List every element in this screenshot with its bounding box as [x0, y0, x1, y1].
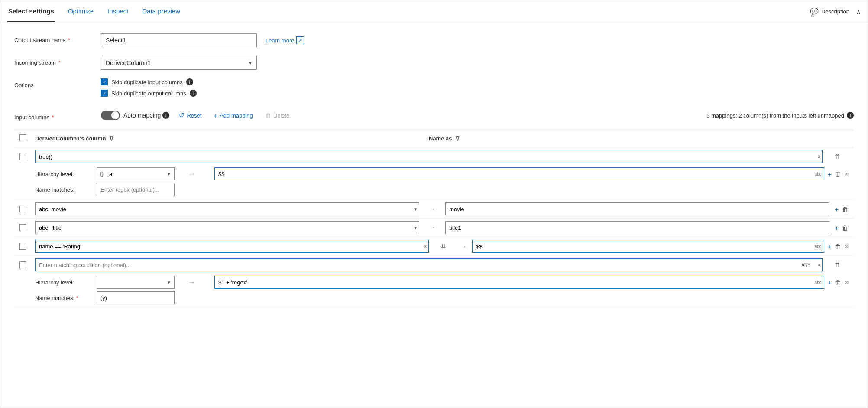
table-header: DerivedColumn1's column ⊽ Name as ⊽: [14, 130, 854, 147]
row5-action-icons: + 🗑 ∞: [828, 279, 849, 286]
row-main-5: ANY ✕ ⇈: [14, 256, 854, 274]
row1-action-icons: + 🗑 ∞: [828, 170, 849, 178]
row5-name-wrapper: abc: [214, 276, 824, 289]
row1-checkbox[interactable]: [19, 153, 26, 160]
tab-optimize[interactable]: Optimize: [67, 1, 94, 22]
row5-hierarchy-select[interactable]: [97, 276, 175, 289]
row2-source-input[interactable]: [35, 202, 419, 215]
skip-duplicate-input-info-icon[interactable]: i: [186, 78, 193, 85]
row2-plus-icon[interactable]: +: [835, 206, 839, 213]
row3-plus-icon[interactable]: +: [835, 224, 839, 232]
row2-action-icons: + 🗑: [835, 206, 849, 213]
row4-link-icon[interactable]: ∞: [845, 243, 849, 249]
row4-name-wrapper: abc: [472, 240, 824, 253]
row1-source-dropdown[interactable]: ✕: [817, 154, 821, 159]
row1-name-matches-input[interactable]: [97, 183, 175, 196]
select-all-checkbox[interactable]: [19, 134, 26, 141]
external-link-icon: ↗: [296, 36, 304, 44]
description-label: Description: [821, 8, 849, 15]
table-row: ▼ → + 🗑: [14, 219, 854, 237]
skip-duplicate-output-row: ✓ Skip duplicate output columns i: [101, 90, 854, 97]
row1-trash-icon[interactable]: 🗑: [835, 170, 841, 178]
row3-check-cell: [19, 224, 35, 231]
row4-trash-icon[interactable]: 🗑: [835, 243, 841, 250]
row1-name-badge: abc: [815, 172, 822, 176]
auto-mapping-label: Auto mapping: [123, 112, 161, 119]
row5-checkbox[interactable]: [19, 261, 26, 268]
row5-name-matches-input[interactable]: [97, 291, 175, 304]
row4-expand-icon[interactable]: ⇊: [441, 243, 446, 250]
input-columns-toolbar-inner: Auto mapping i ↺ Reset + Add mapping 🗑 D…: [101, 110, 854, 121]
output-stream-input[interactable]: [101, 33, 257, 47]
mapping-status-info-icon[interactable]: i: [847, 112, 854, 119]
row3-name-input[interactable]: [445, 221, 829, 234]
name-matches-label: Name matches:: [35, 186, 91, 193]
row3-action-icons: + 🗑: [835, 224, 849, 232]
row2-checkbox[interactable]: [19, 206, 26, 212]
row1-name-arrow: →: [188, 170, 214, 178]
delete-button[interactable]: 🗑 Delete: [262, 110, 292, 121]
row5-source-dropdown[interactable]: ✕: [817, 263, 821, 268]
row5-link-icon[interactable]: ∞: [845, 279, 849, 285]
row4-source-dropdown[interactable]: ✕: [424, 244, 427, 249]
tab-select-settings[interactable]: Select settings: [7, 1, 55, 22]
row2-trash-icon[interactable]: 🗑: [842, 206, 849, 213]
row1-plus-icon[interactable]: +: [828, 170, 832, 178]
auto-mapping-info-icon[interactable]: i: [162, 112, 169, 119]
row5-sub: Hierarchy level: ▼ → abc: [14, 274, 854, 308]
row3-source-input[interactable]: [35, 221, 419, 234]
row-main-3: ▼ → + 🗑: [14, 219, 854, 237]
row4-name-input[interactable]: [472, 240, 824, 253]
add-mapping-button[interactable]: + Add mapping: [211, 110, 255, 121]
row1-name-input[interactable]: [214, 167, 824, 180]
reset-button[interactable]: ↺ Reset: [176, 110, 204, 121]
source-filter-icon[interactable]: ⊽: [109, 135, 113, 142]
row1-hierarchy-select[interactable]: a: [97, 167, 175, 180]
name-filter-icon[interactable]: ⊽: [455, 135, 460, 142]
row3-source-dropdown[interactable]: ▼: [413, 225, 418, 230]
incoming-stream-row: Incoming stream * DerivedColumn1 ▼: [14, 56, 854, 70]
row3-arrow: →: [419, 224, 445, 232]
options-row: Options ✓ Skip duplicate input columns i…: [14, 78, 854, 101]
row5-trash-icon[interactable]: 🗑: [835, 279, 841, 286]
table-row: ANY ✕ ⇈ Hierarchy level:: [14, 256, 854, 308]
row2-name-wrapper: [445, 202, 829, 215]
skip-duplicate-input-checkbox[interactable]: ✓: [101, 78, 108, 85]
row1-link-icon[interactable]: ∞: [845, 171, 849, 177]
row3-trash-icon[interactable]: 🗑: [842, 224, 849, 232]
row2-source-dropdown[interactable]: ▼: [413, 207, 418, 212]
row2-name-input[interactable]: [445, 202, 829, 215]
incoming-stream-select[interactable]: DerivedColumn1: [101, 56, 257, 70]
tab-bar-left: Select settings Optimize Inspect Data pr…: [7, 1, 181, 22]
row5-plus-icon[interactable]: +: [828, 279, 832, 286]
row3-checkbox[interactable]: [19, 224, 26, 231]
row1-source-input[interactable]: [35, 150, 823, 163]
row5-name-input[interactable]: [214, 276, 824, 289]
row-main-4: ✕ ⇊ → abc + 🗑: [14, 237, 854, 255]
row4-source-input[interactable]: [35, 240, 429, 253]
learn-more-link[interactable]: Learn more ↗: [266, 36, 304, 44]
skip-duplicate-output-info-icon[interactable]: i: [190, 90, 197, 97]
row5-expand-icon[interactable]: ⇈: [835, 261, 840, 268]
incoming-stream-select-wrapper: DerivedColumn1 ▼: [101, 56, 257, 70]
row5-hierarchy-select-wrapper: ▼: [97, 276, 175, 289]
input-columns-row: Input columns * Auto mapping i ↺ Reset +: [14, 110, 854, 121]
tab-data-preview[interactable]: Data preview: [141, 1, 181, 22]
row4-checkbox[interactable]: [19, 243, 26, 250]
tab-bar: Select settings Optimize Inspect Data pr…: [0, 0, 868, 23]
row1-expand-icon[interactable]: ⇈: [835, 153, 840, 160]
description-button[interactable]: 💬 Description: [810, 7, 849, 16]
collapse-icon[interactable]: ∧: [856, 8, 861, 15]
auto-mapping-toggle[interactable]: [101, 111, 120, 120]
skip-duplicate-output-checkbox[interactable]: ✓: [101, 90, 108, 97]
tab-inspect[interactable]: Inspect: [107, 1, 129, 22]
row4-plus-icon[interactable]: +: [828, 243, 832, 250]
row4-source-cell: ✕: [35, 240, 429, 253]
row1-sub: Hierarchy level: {} a ▼ →: [14, 166, 854, 199]
row5-source-input[interactable]: [35, 258, 823, 271]
table-row: ✕ ⇊ → abc + 🗑: [14, 237, 854, 256]
row5-source-wrapper: ANY ✕: [35, 258, 823, 271]
row2-arrow: →: [419, 205, 445, 213]
row3-name-wrapper: [445, 221, 829, 234]
options-control: ✓ Skip duplicate input columns i ✓ Skip …: [101, 78, 854, 101]
